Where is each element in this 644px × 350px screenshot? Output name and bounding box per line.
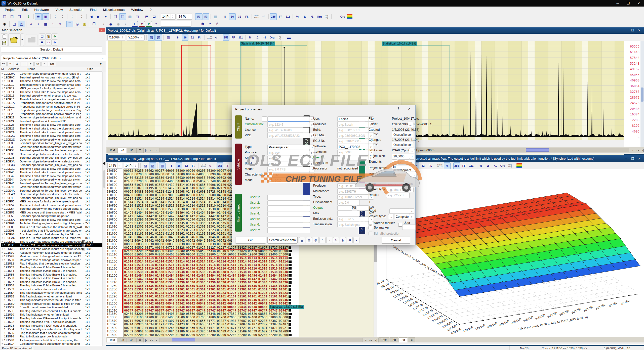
map-list-item[interactable]: ✳1E0E88This is a 1D map which is the dat…	[1, 225, 102, 229]
hex-cell[interactable]: 02200	[268, 333, 278, 337]
hex-cell[interactable]: 01514	[278, 260, 289, 263]
field-input[interactable]: e.g. Deutz	[337, 183, 369, 189]
hex-cell[interactable]: 01514	[165, 197, 175, 200]
tab-2d[interactable]: 2d	[118, 337, 127, 342]
hex-cell[interactable]: 02287	[258, 319, 268, 323]
map-list-item[interactable]: ✳1E0E6ATable for filtering engine speed …	[1, 222, 102, 225]
hex-cell[interactable]: 01514	[206, 263, 216, 267]
map-list-item[interactable]: ✳1E0E44Governor slope to be used when se…	[1, 178, 102, 182]
field-input[interactable]: e.g. Bosch	[337, 122, 369, 127]
back-icon[interactable]: ◀	[88, 13, 95, 20]
hex-cell[interactable]: 00838	[144, 305, 154, 309]
hex-cell[interactable]: 06000	[165, 169, 175, 172]
hex-cell[interactable]: 00200	[154, 172, 165, 176]
hex-cell[interactable]: 01335	[185, 221, 196, 225]
columns-icon[interactable]: ▥	[159, 162, 166, 169]
hex-cell[interactable]: 01368	[175, 190, 185, 193]
field-input[interactable]: e.g. Switch gear	[337, 222, 369, 227]
map-list-item[interactable]: ✳1E0E1EProportional gain for large posit…	[1, 108, 102, 112]
hex-cell[interactable]: 06840	[216, 180, 227, 183]
hex-cell[interactable]: 01046	[175, 235, 185, 239]
hex-cell[interactable]: 04400	[165, 249, 175, 253]
settings-icon[interactable]: ✱	[347, 237, 353, 243]
map-list-item[interactable]: ✳1E0E5AThe time it shall take to slew th…	[1, 218, 102, 222]
hex-cell[interactable]: 01494	[196, 211, 206, 214]
hex-cell[interactable]: 01046	[134, 235, 144, 239]
Fl-button[interactable]: Fl.	[196, 34, 203, 41]
hex-cell[interactable]: 01412	[165, 186, 175, 190]
hex-cell[interactable]: 00747	[258, 309, 268, 312]
-button[interactable]: %	[477, 162, 484, 169]
1-button[interactable]: *1	[309, 13, 315, 20]
hex-cell[interactable]: 01514	[227, 260, 237, 263]
hex-cell[interactable]: 00838	[237, 305, 247, 309]
hex-cell[interactable]: 03600	[144, 249, 154, 253]
expand-button[interactable]: >	[409, 159, 414, 165]
hex-cell[interactable]: 01386	[196, 330, 206, 333]
hex-cell[interactable]: 02800	[268, 316, 278, 319]
hex-cell[interactable]: 02387	[268, 319, 278, 323]
hex-cell[interactable]: 06348	[206, 312, 216, 316]
field-input[interactable]: e.g. 2.0 TFSI	[267, 167, 309, 172]
hex-cell[interactable]: 01390	[165, 218, 175, 221]
hex-cell[interactable]: 01538	[134, 207, 144, 211]
browse-button[interactable]: ...	[408, 122, 413, 127]
hex-cell[interactable]: 04800	[175, 172, 185, 176]
hex-cell[interactable]: 01046	[196, 298, 206, 302]
FF-button[interactable]: FF	[461, 162, 467, 169]
hex-cell[interactable]: 11200	[196, 253, 206, 256]
map-list-item[interactable]: 1E1586The flag indicates if Jake Brake 4…	[1, 276, 102, 280]
hex-cell[interactable]: 01510	[124, 204, 134, 207]
letter-F-button[interactable]: F	[132, 21, 138, 27]
hex-cell[interactable]: 01078	[134, 183, 144, 187]
hex-cell[interactable]: 03880	[154, 249, 165, 253]
hex-cell[interactable]: 01514	[154, 200, 165, 204]
hex-cell[interactable]: 01510	[165, 267, 175, 270]
map-list-item[interactable]: 1E1595Flag to indicate that a second coo…	[1, 331, 102, 335]
hex-cell[interactable]: 00801	[134, 330, 144, 333]
hex-cell[interactable]: 01191	[154, 319, 165, 323]
hex-cell[interactable]: 01442	[165, 277, 175, 281]
window-vertical-icon[interactable]: ▤	[134, 13, 141, 20]
hex-cell[interactable]: 01521	[196, 326, 206, 330]
hex-cell[interactable]: 02200	[185, 333, 196, 337]
-button[interactable]: ?	[207, 21, 213, 27]
hex-cell[interactable]: 01442	[124, 214, 134, 218]
column-header-address[interactable]: Address	[8, 67, 27, 71]
hex-cell[interactable]: 01514	[196, 263, 206, 267]
map-list-item[interactable]: ✳1E0E18Threshold where to change between…	[1, 98, 102, 101]
hex-cell[interactable]: 01301	[278, 288, 289, 291]
marker-icon[interactable]: ▬	[286, 34, 292, 41]
hex-cell[interactable]: 01390	[196, 218, 206, 221]
hscroll-thumb[interactable]	[172, 338, 195, 341]
16-button[interactable]: 16	[229, 13, 236, 20]
hex-cell[interactable]: 00942	[124, 239, 134, 242]
hex-cell[interactable]: 01887	[216, 319, 227, 323]
--button[interactable]: +/-	[207, 162, 214, 169]
hex-cell[interactable]: 01514	[144, 200, 154, 204]
project-state-dropdown[interactable]: in development⌄	[392, 166, 417, 171]
field-input[interactable]: e.g. 6	[267, 161, 309, 166]
hex-cell[interactable]: 01442	[196, 214, 206, 218]
legal-icon[interactable]: §	[340, 237, 346, 243]
hex-cell[interactable]: 01510	[175, 267, 185, 270]
hex-cell[interactable]: 08320	[247, 312, 258, 316]
clipboard-icon[interactable]: ▤	[299, 237, 305, 243]
hex-cell[interactable]: 00200	[144, 172, 154, 176]
hex-cell[interactable]: 01161	[258, 295, 268, 298]
map-list-item[interactable]: 1E158CThis flag indicates whether the MI…	[1, 298, 102, 302]
hex-cell[interactable]: 01046	[134, 298, 144, 302]
filter-button-2[interactable]: Δ	[14, 62, 20, 66]
hex-cell[interactable]: 06840	[216, 312, 227, 316]
map-list-item[interactable]: ✳1E0E3CZero fuel speed for Torque_lim_le…	[1, 163, 102, 167]
hex-cell[interactable]: 01034	[144, 319, 154, 323]
hex-cell[interactable]: 09600	[185, 253, 196, 256]
map-list-item[interactable]: 1E1594CBP functionality is enabled when …	[1, 327, 102, 331]
hex-cell[interactable]: 00250	[134, 169, 144, 172]
hex-cell[interactable]: 01514	[134, 263, 144, 267]
map-list-item[interactable]: ✳1E0E48Governor slope to be used when se…	[1, 185, 102, 189]
hex-cell[interactable]: 00838	[134, 242, 144, 246]
hex-cell[interactable]: 01046	[247, 298, 258, 302]
map-list-item[interactable]: ✳1E0E2CThe time it shall take to slew th…	[1, 134, 102, 138]
settings-icon[interactable]: ✱	[199, 21, 206, 27]
